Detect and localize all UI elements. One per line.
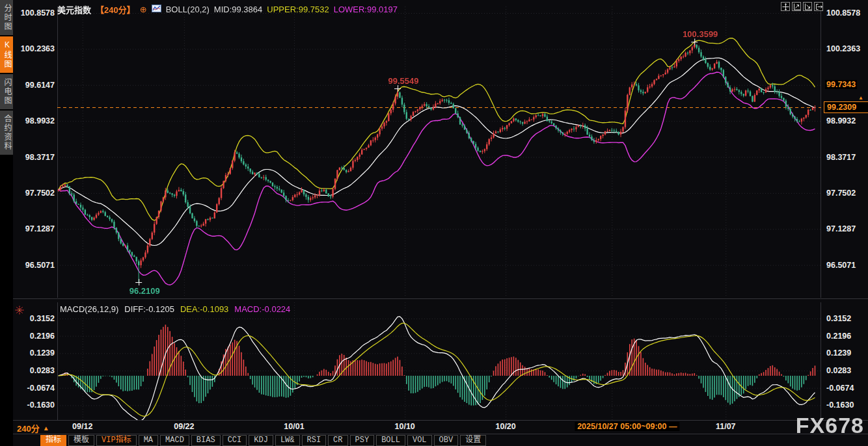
sidebar-tab-1[interactable]: K线图 bbox=[0, 36, 13, 73]
macd-tick-right-2: 0.1239 bbox=[826, 348, 851, 358]
chart-thumbnail-icon[interactable] bbox=[152, 5, 161, 14]
macd-pane-canvas[interactable] bbox=[57, 302, 821, 421]
period-arrow-icon: ▲ bbox=[43, 425, 49, 432]
watermark: FX678 bbox=[796, 413, 864, 438]
zoom-x-axis-icon[interactable] bbox=[792, 2, 801, 11]
toolbar-separator bbox=[13, 434, 868, 434]
toolbar-item-7[interactable]: KDJ bbox=[249, 435, 273, 446]
toolbar-item-0[interactable]: 指标 bbox=[40, 435, 66, 446]
swing-high-annotation: 99.5549 bbox=[388, 76, 419, 86]
chart-title-bar: 美元指数 【240分】 ⊕ BOLL(20,2) MID:99.3864 UPP… bbox=[57, 3, 398, 15]
price-tick-right-0: 100.8578 bbox=[826, 8, 860, 18]
price-tick-right-7: 96.5071 bbox=[826, 261, 856, 270]
time-tick-0: 09/12 bbox=[72, 422, 92, 431]
time-tick-6: 11/07 bbox=[716, 422, 736, 431]
macd-tick-right-0: 0.3152 bbox=[826, 314, 851, 323]
boll-lower-value: LOWER:99.0197 bbox=[334, 5, 398, 14]
boll-mid-value: MID:99.3864 bbox=[214, 5, 262, 14]
toolbar-item-13[interactable]: VOL bbox=[407, 435, 432, 446]
toolbar-item-2[interactable]: VIP指标 bbox=[96, 435, 137, 446]
price-tick-left-7: 96.5071 bbox=[14, 261, 55, 270]
toolbar-item-4[interactable]: MACD bbox=[160, 435, 189, 446]
price-pane-canvas[interactable] bbox=[57, 7, 821, 298]
price-tick-right-3: 98.9932 bbox=[826, 116, 856, 125]
chart-main-area: 美元指数 【240分】 ⊕ BOLL(20,2) MID:99.3864 UPP… bbox=[13, 0, 868, 446]
price-up-arrow-icon: ▲ bbox=[858, 96, 863, 101]
toolbar-item-3[interactable]: MA bbox=[139, 435, 158, 446]
pan-icon[interactable] bbox=[781, 2, 790, 11]
macd-tick-left-5: -0.1630 bbox=[14, 400, 55, 410]
macd-tick-right-4: -0.0674 bbox=[826, 384, 854, 393]
macd-params-label: MACD(26,12,9) bbox=[60, 304, 118, 314]
last-price-tag: 99.2309 bbox=[824, 101, 868, 113]
toolbar-item-12[interactable]: BOLL bbox=[376, 435, 405, 446]
toolbar-item-8[interactable]: LW& bbox=[275, 435, 300, 446]
indicator-toolbar: 指标模板VIP指标MAMACDBIASCCIKDJLW&RSICRPSYBOLL… bbox=[40, 435, 486, 446]
exit-chart-icon[interactable] bbox=[814, 2, 823, 11]
boll-upper-value: UPPER:99.7532 bbox=[267, 5, 329, 14]
time-tick-1: 09/22 bbox=[174, 422, 194, 431]
price-tick-left-3: 98.9932 bbox=[14, 116, 55, 125]
macd-tick-left-2: 0.1239 bbox=[14, 348, 55, 358]
macd-header: MACD(26,12,9) DIFF:-0.1205 DEA:-0.1093 M… bbox=[60, 304, 290, 314]
macd-hist-value: MACD:-0.0224 bbox=[234, 304, 290, 314]
macd-tick-right-5: -0.1630 bbox=[826, 400, 854, 410]
toolbar-item-14[interactable]: OBV bbox=[434, 435, 459, 446]
macd-tick-right-1: 0.2196 bbox=[826, 332, 851, 341]
macd-tick-left-3: 0.0283 bbox=[14, 366, 55, 375]
time-tick-4: 10/20 bbox=[495, 422, 515, 431]
sidebar-tab-3[interactable]: 合约资料 bbox=[0, 111, 13, 155]
period-selector[interactable]: 240分 ▲ bbox=[17, 422, 49, 434]
zoom-y-axis-icon[interactable] bbox=[803, 2, 812, 11]
time-axis-row: 240分 ▲ 09/1209/2210/0110/1010/202025/10/… bbox=[13, 421, 868, 434]
toolbar-item-5[interactable]: BIAS bbox=[191, 435, 221, 446]
macd-tick-left-1: 0.2196 bbox=[14, 332, 55, 341]
price-tick-left-4: 98.3717 bbox=[14, 153, 55, 162]
price-tick-left-1: 100.2363 bbox=[14, 44, 55, 53]
price-tick-left-2: 99.6147 bbox=[14, 81, 55, 90]
pane-separator-top bbox=[13, 298, 868, 299]
macd-dea-value: DEA:-0.1093 bbox=[180, 304, 228, 314]
time-tick-highlighted: 2025/10/27 05:00~09:00 — bbox=[575, 422, 679, 431]
macd-diff-value: DIFF:-0.1205 bbox=[124, 304, 174, 314]
toolbar-item-1[interactable]: 模板 bbox=[68, 435, 94, 446]
price-tick-left-6: 97.1287 bbox=[14, 224, 55, 233]
price-tick-left-5: 97.7502 bbox=[14, 189, 55, 198]
toolbar-item-10[interactable]: CR bbox=[328, 435, 347, 446]
prev-close-tag: 99.7343 bbox=[825, 80, 857, 89]
symbol-name: 美元指数 bbox=[57, 3, 91, 16]
sidebar-tab-0[interactable]: 分时图 bbox=[0, 0, 13, 35]
macd-tick-left-4: -0.0674 bbox=[14, 384, 55, 393]
time-tick-2: 10/01 bbox=[284, 422, 304, 431]
period-label-text: 240分 bbox=[17, 422, 40, 434]
toolbar-item-11[interactable]: PSY bbox=[350, 435, 375, 446]
toolbar-item-15[interactable]: 设置 bbox=[460, 435, 486, 446]
price-tick-left-0: 100.8578 bbox=[14, 8, 55, 18]
price-tick-right-6: 97.1287 bbox=[826, 224, 856, 233]
swing-low-annotation: 96.2109 bbox=[129, 286, 160, 296]
price-tick-right-5: 97.7502 bbox=[826, 189, 856, 198]
price-tick-right-1: 100.2363 bbox=[826, 44, 860, 53]
price-tick-right-4: 98.3717 bbox=[826, 153, 856, 162]
boll-label: BOLL(20,2) bbox=[166, 5, 210, 14]
interval-label[interactable]: 【240分】 bbox=[96, 3, 135, 16]
time-tick-3: 10/10 bbox=[395, 422, 415, 431]
top-high-annotation: 100.3599 bbox=[683, 29, 718, 39]
circle-plus-icon[interactable]: ⊕ bbox=[140, 5, 147, 14]
left-tab-sidebar: 分时图K线图闪电图合约资料 bbox=[0, 0, 13, 446]
macd-tick-right-3: 0.0283 bbox=[826, 366, 851, 375]
chart-application: 分时图K线图闪电图合约资料 美元指数 【240分】 ⊕ BOLL(20,2) M… bbox=[0, 0, 868, 446]
toolbar-item-6[interactable]: CCI bbox=[223, 435, 247, 446]
window-control-icons bbox=[781, 2, 823, 11]
indicator-sun-icon[interactable] bbox=[15, 306, 24, 317]
sidebar-tab-2[interactable]: 闪电图 bbox=[0, 74, 13, 109]
toolbar-item-9[interactable]: RSI bbox=[302, 435, 327, 446]
